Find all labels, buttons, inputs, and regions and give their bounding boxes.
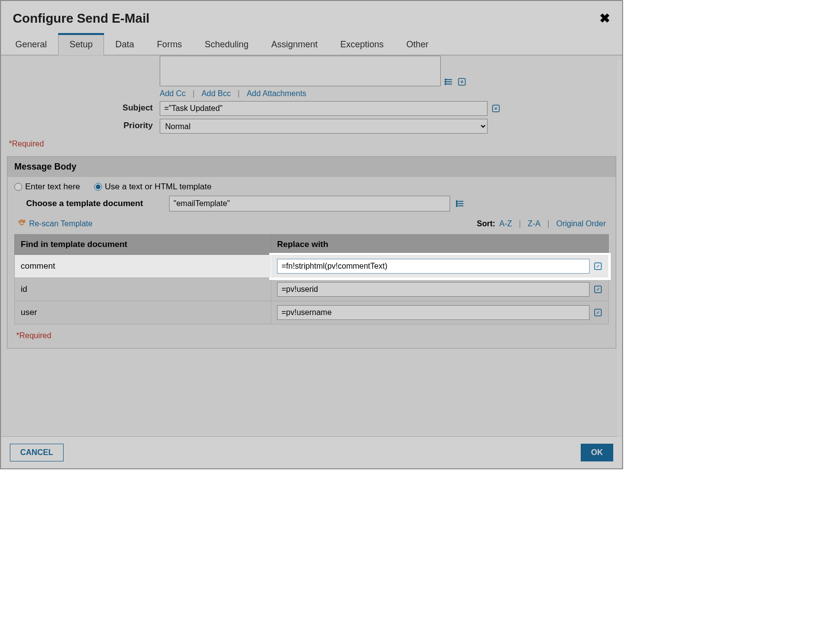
close-icon[interactable]: ✖ — [599, 11, 610, 26]
content-area: Add Cc | Add Bcc | Add Attachments Subje… — [1, 55, 622, 436]
tab-exceptions[interactable]: Exceptions — [329, 34, 395, 55]
var-name: comment — [15, 255, 271, 278]
tab-scheduling[interactable]: Scheduling — [193, 34, 260, 55]
rescan-template-link[interactable]: Re-scan Template — [29, 219, 93, 228]
list-picker-icon[interactable] — [445, 77, 454, 86]
subject-label: Subject — [7, 101, 160, 113]
expression-editor-icon[interactable] — [457, 77, 466, 86]
sort-original[interactable]: Original Order — [557, 219, 606, 228]
template-variables-table: Find in template document Replace with c… — [14, 234, 609, 324]
add-attachments-link[interactable]: Add Attachments — [246, 89, 306, 98]
replace-input-user[interactable] — [277, 305, 590, 320]
priority-select[interactable]: Normal — [160, 119, 488, 134]
subject-input[interactable] — [160, 101, 488, 116]
sort-label: Sort: — [477, 219, 495, 228]
svg-point-11 — [456, 201, 457, 202]
replace-input-comment[interactable] — [277, 259, 590, 274]
expression-editor-icon[interactable] — [594, 262, 602, 271]
tab-setup[interactable]: Setup — [58, 34, 104, 55]
priority-label: Priority — [7, 119, 160, 131]
tab-assignment[interactable]: Assignment — [260, 34, 329, 55]
var-name: user — [15, 301, 271, 324]
var-name: id — [15, 278, 271, 301]
svg-point-4 — [445, 81, 446, 82]
svg-point-3 — [445, 79, 446, 80]
modal-title: Configure Send E-Mail — [13, 11, 149, 26]
col-replace: Replace with — [271, 235, 609, 255]
message-body-section: Message Body Enter text here Use a text … — [7, 156, 616, 349]
tab-other[interactable]: Other — [395, 34, 440, 55]
radio-use-template-label: Use a text or HTML template — [105, 182, 212, 192]
refresh-icon — [17, 218, 26, 229]
expression-editor-icon[interactable] — [594, 308, 602, 317]
svg-point-5 — [445, 83, 446, 84]
sort-za[interactable]: Z-A — [528, 219, 541, 228]
tab-data[interactable]: Data — [104, 34, 145, 55]
required-note: *Required — [14, 328, 609, 343]
list-picker-icon[interactable] — [456, 199, 465, 208]
table-row: id — [15, 278, 609, 301]
cancel-button[interactable]: CANCEL — [10, 444, 64, 461]
svg-point-12 — [456, 203, 457, 205]
tab-forms[interactable]: Forms — [145, 34, 193, 55]
recipient-textarea[interactable] — [160, 56, 441, 86]
radio-enter-text-input[interactable] — [14, 183, 22, 191]
sort-az[interactable]: A-Z — [499, 219, 512, 228]
ok-button[interactable]: OK — [581, 444, 613, 461]
tab-general[interactable]: General — [4, 34, 58, 55]
choose-template-label: Choose a template document — [26, 199, 163, 209]
replace-input-id[interactable] — [277, 282, 590, 297]
radio-use-template[interactable]: Use a text or HTML template — [94, 182, 212, 192]
add-bcc-link[interactable]: Add Bcc — [202, 89, 231, 98]
tab-bar: General Setup Data Forms Scheduling Assi… — [1, 34, 622, 55]
message-body-title: Message Body — [7, 157, 616, 177]
scrollbar[interactable] — [617, 59, 622, 438]
table-row: comment — [15, 255, 609, 278]
expression-editor-icon[interactable] — [594, 285, 602, 294]
required-note: *Required — [7, 137, 616, 151]
col-find: Find in template document — [15, 235, 271, 255]
radio-enter-text[interactable]: Enter text here — [14, 182, 80, 192]
radio-use-template-input[interactable] — [94, 183, 102, 191]
expression-editor-icon[interactable] — [491, 104, 500, 113]
radio-enter-text-label: Enter text here — [25, 182, 80, 192]
svg-point-13 — [456, 205, 457, 207]
template-document-input[interactable] — [169, 196, 450, 211]
add-cc-link[interactable]: Add Cc — [160, 89, 185, 98]
table-row: user — [15, 301, 609, 324]
